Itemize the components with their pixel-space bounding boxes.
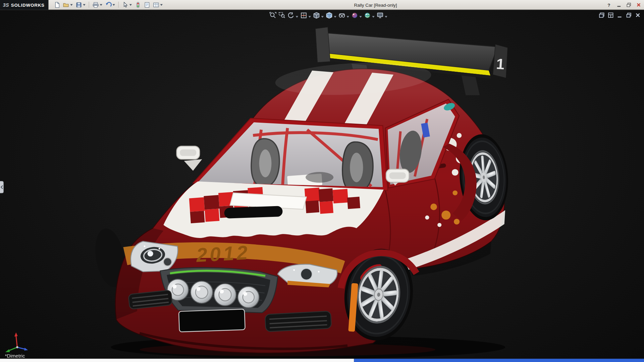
dropdown-arrow[interactable] [83,4,86,6]
toolbar-separator [118,2,119,8]
tile-icon [607,12,614,18]
view-orientation-cube-icon [313,12,320,19]
dropdown-arrow[interactable] [160,4,163,6]
previous-view-icon [287,12,294,19]
print-icon [92,1,99,8]
windshield[interactable] [192,118,388,193]
new-document-icon [54,1,60,8]
options-button[interactable] [152,1,160,9]
titlebar: 3S SOLIDWORKS [0,0,644,10]
taskbar-strip [0,359,644,362]
doc-restore-button[interactable] [625,11,632,18]
file-properties-icon [144,1,151,8]
dropdown-arrow[interactable] [100,4,102,6]
view-orientation-label: *Dimetric [5,353,25,359]
edit-appearance-ball-icon [351,12,358,19]
doc-minimize-button[interactable] [616,11,624,18]
graphics-area[interactable]: 1 [0,10,644,359]
dropdown-arrow[interactable] [321,16,324,18]
zoom-to-fit-button[interactable] [269,11,277,20]
brand-mark: 3S [3,2,9,8]
open-folder-icon [63,1,69,8]
view-settings-icon [377,12,384,19]
open-button[interactable] [62,1,70,9]
dropdown-arrow[interactable] [372,16,374,18]
edit-appearance-button[interactable] [350,11,359,20]
zoom-to-fit-icon [269,12,276,19]
select-button[interactable] [121,1,130,9]
section-view-icon [300,12,307,19]
dropdown-arrow[interactable] [334,16,336,18]
orientation-triad [2,329,32,353]
dropdown-arrow[interactable] [296,16,298,18]
view-orientation-button[interactable] [312,11,321,20]
standard-toolbar [53,1,164,9]
file-properties-button[interactable] [143,1,151,9]
chevron-left-icon [0,185,3,189]
apply-scene-globe-icon [364,12,371,19]
document-window-controls [598,11,642,18]
left-mirror[interactable] [177,146,202,171]
previous-view-button[interactable] [287,11,296,20]
display-style-button[interactable] [325,11,334,20]
window-controls: ? [605,0,642,10]
dropdown-arrow[interactable] [113,4,115,6]
close-icon [636,2,641,7]
display-style-icon [326,12,333,19]
zoom-to-area-button[interactable] [278,11,286,20]
minimize-icon [616,2,621,7]
taskbar-left[interactable] [0,359,354,362]
doc-restore-icon [625,12,632,18]
hide-show-glasses-icon [338,12,345,19]
panel-collapse-tab[interactable] [0,181,4,193]
save-button[interactable] [74,1,83,9]
app-window: 3S SOLIDWORKS [0,0,644,362]
dropdown-arrow[interactable] [359,16,362,18]
dropdown-arrow[interactable] [385,16,387,18]
options-grid-icon [153,1,159,8]
select-cursor-icon [122,1,129,8]
doc-minimize-icon [616,12,623,18]
dropdown-arrow[interactable] [309,16,311,18]
doc-close-button[interactable] [634,11,641,18]
undo-button[interactable] [104,1,113,9]
zoom-to-area-icon [278,12,285,19]
car-canvas[interactable]: 1 [0,10,644,359]
hide-show-items-button[interactable] [338,11,346,20]
wing-number: 1 [496,55,505,72]
license-plate [179,309,245,332]
grille [160,267,278,313]
minimize-button[interactable] [615,1,622,8]
hood-intake [224,206,283,219]
section-view-button[interactable] [300,11,308,20]
left-headlight [131,241,178,272]
car-model[interactable]: 1 [91,27,511,359]
heads-up-toolbar [269,11,388,20]
apply-scene-button[interactable] [363,11,372,20]
dropdown-arrow[interactable] [346,16,349,18]
print-button[interactable] [91,1,100,9]
cascade-icon [598,12,605,18]
solidworks-logo: 3S SOLIDWORKS [0,0,49,10]
right-lower-grille [265,311,331,332]
taskbar-right[interactable] [354,359,644,362]
toolbar-separator [89,2,89,8]
help-glyph: ? [607,2,610,7]
restore-button[interactable] [625,1,632,8]
view-settings-button[interactable] [376,11,384,20]
rebuild-traffic-light-icon [135,1,142,8]
save-icon [75,1,82,8]
window-title: Rally Car [Read-only] [354,0,397,10]
close-button[interactable] [635,1,642,8]
cascade-windows-button[interactable] [598,11,605,18]
rebuild-button[interactable] [134,1,143,9]
help-button[interactable]: ? [605,1,612,8]
dropdown-arrow[interactable] [129,4,132,6]
brand-text: SOLIDWORKS [11,2,45,7]
doc-close-icon [634,12,641,18]
tile-windows-button[interactable] [607,11,614,18]
dropdown-arrow[interactable] [70,4,73,6]
new-document-button[interactable] [53,1,61,9]
undo-icon [105,1,112,8]
restore-icon [626,2,631,7]
